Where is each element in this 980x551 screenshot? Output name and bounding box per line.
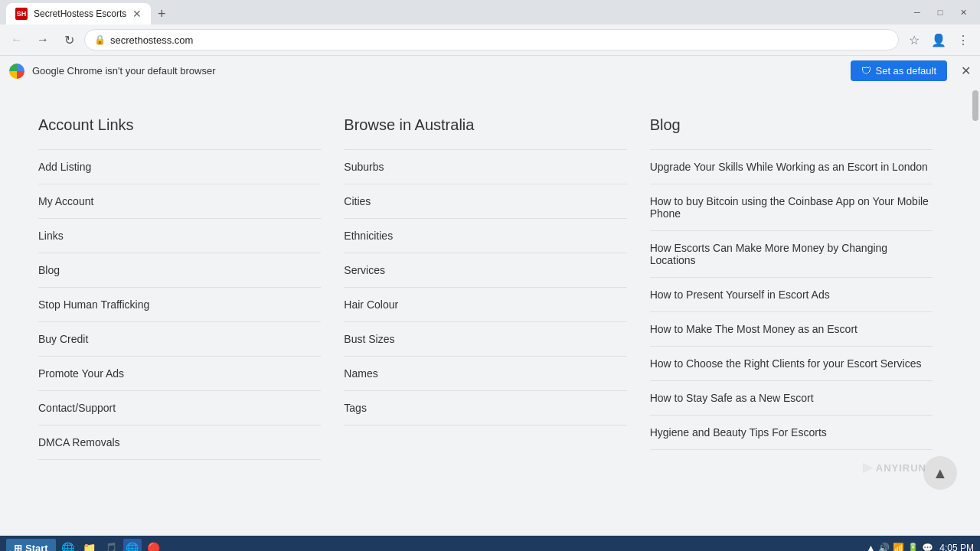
taskbar-media-icon[interactable]: 🎵 [102,539,120,551]
link-add-listing[interactable]: Add Listing [38,149,321,184]
network-icon[interactable]: 📶 [893,543,904,551]
set-as-default-button[interactable]: 🛡 Set as default [851,60,948,81]
toolbar-icons: ☆ 👤 ⋮ [903,29,974,51]
blog-link-8[interactable]: Hygiene and Beauty Tips For Escorts [650,416,933,450]
title-bar: SH SecretHostess Escorts ✕ + ─ □ ✕ [0,0,980,24]
taskbar-folder-icon[interactable]: 📁 [80,539,99,551]
link-cities[interactable]: Cities [344,184,626,219]
bookmark-icon[interactable]: ☆ [903,29,925,51]
link-hair-colour[interactable]: Hair Colour [344,288,626,322]
blog-link-6[interactable]: How to Choose the Right Clients for your… [650,347,933,381]
battery-icon[interactable]: 🔋 [907,543,919,551]
watermark: ▶ ANYIRUN [863,460,926,474]
notification-icon[interactable]: 💬 [922,543,933,551]
blog-link-3[interactable]: How Escorts Can Make More Money by Chang… [650,231,933,278]
window-controls: ─ □ ✕ [906,5,974,20]
taskbar-ie-icon[interactable]: 🌐 [59,539,77,551]
link-links[interactable]: Links [38,219,321,253]
start-label: Start [25,543,48,552]
link-my-account[interactable]: My Account [38,184,321,219]
blog-column: Blog Upgrade Your Skills While Working a… [650,116,933,460]
tray-icon-1[interactable]: ▲ [866,543,875,551]
blog-link-2[interactable]: How to buy Bitcoin using the Coinbase Ap… [650,184,933,231]
taskbar-antivirus-icon[interactable]: 🔴 [145,539,163,551]
close-info-button[interactable]: ✕ [961,64,971,78]
info-bar-text: Google Chrome isn't your default browser [32,65,843,77]
clock: 4:05 PM [939,543,974,551]
columns-container: Account Links Add Listing My Account Lin… [38,116,933,460]
link-stop-human-trafficking[interactable]: Stop Human Trafficking [38,288,321,322]
active-tab[interactable]: SH SecretHostess Escorts ✕ [6,3,151,24]
taskbar-chrome-icon[interactable]: 🌐 [123,539,142,551]
page-content: Account Links Add Listing My Account Lin… [0,86,971,536]
blog-link-4[interactable]: How to Present Yourself in Escort Ads [650,278,933,312]
start-button[interactable]: ⊞ Start [6,539,56,551]
forward-button[interactable]: → [32,29,54,51]
start-icon: ⊞ [14,543,22,552]
tab-favicon: SH [15,8,28,20]
set-default-label: Set as default [876,65,937,77]
taskbar: ⊞ Start 🌐 📁 🎵 🌐 🔴 ▲ 🔊 📶 🔋 💬 4:05 PM [0,536,980,551]
volume-icon[interactable]: 🔊 [878,543,890,551]
toolbar: ← → ↻ 🔒 secrethostess.com ☆ 👤 ⋮ [0,24,980,55]
tab-area: SH SecretHostess Escorts ✕ + [6,0,172,24]
lock-icon: 🔒 [94,34,106,45]
tab-close-button[interactable]: ✕ [132,8,142,19]
tab-title: SecretHostess Escorts [34,8,126,19]
info-bar: Google Chrome isn't your default browser… [0,55,980,86]
link-services[interactable]: Services [344,253,626,288]
back-to-top-button[interactable]: ▲ [923,456,957,490]
blog-title: Blog [650,116,933,134]
reload-button[interactable]: ↻ [58,29,80,51]
address-bar[interactable]: 🔒 secrethostess.com [84,29,899,51]
profile-icon[interactable]: 👤 [928,29,949,51]
set-default-icon: 🛡 [861,65,871,77]
chrome-logo [9,64,24,79]
vertical-scrollbar[interactable] [971,86,980,536]
link-buy-credit[interactable]: Buy Credit [38,322,321,357]
link-suburbs[interactable]: Suburbs [344,149,626,184]
link-names[interactable]: Names [344,357,626,391]
close-window-button[interactable]: ✕ [952,5,974,20]
blog-link-1[interactable]: Upgrade Your Skills While Working as an … [650,149,933,184]
new-tab-button[interactable]: + [151,3,172,24]
browse-column: Browse in Australia Suburbs Cities Ethni… [344,116,649,460]
maximize-button[interactable]: □ [929,5,951,20]
link-dmca-removals[interactable]: DMCA Removals [38,425,321,460]
account-links-column: Account Links Add Listing My Account Lin… [38,116,344,460]
taskbar-pinned-icons: 🌐 📁 🎵 🌐 🔴 [59,539,163,551]
link-bust-sizes[interactable]: Bust Sizes [344,322,626,357]
blog-link-7[interactable]: How to Stay Safe as a New Escort [650,381,933,416]
blog-link-5[interactable]: How to Make The Most Money as an Escort [650,312,933,347]
link-blog[interactable]: Blog [38,253,321,288]
link-contact-support[interactable]: Contact/Support [38,391,321,425]
address-text: secrethostess.com [110,34,889,46]
minimize-button[interactable]: ─ [906,5,928,20]
taskbar-right: ▲ 🔊 📶 🔋 💬 4:05 PM [866,543,974,551]
account-links-title: Account Links [38,116,321,134]
menu-icon[interactable]: ⋮ [952,29,974,51]
scroll-thumb[interactable] [972,90,978,121]
link-ethnicities[interactable]: Ethnicities [344,219,626,253]
back-button[interactable]: ← [6,29,28,51]
link-tags[interactable]: Tags [344,391,626,425]
link-promote-ads[interactable]: Promote Your Ads [38,357,321,391]
system-tray-icons: ▲ 🔊 📶 🔋 💬 [866,543,933,551]
browse-title: Browse in Australia [344,116,626,134]
